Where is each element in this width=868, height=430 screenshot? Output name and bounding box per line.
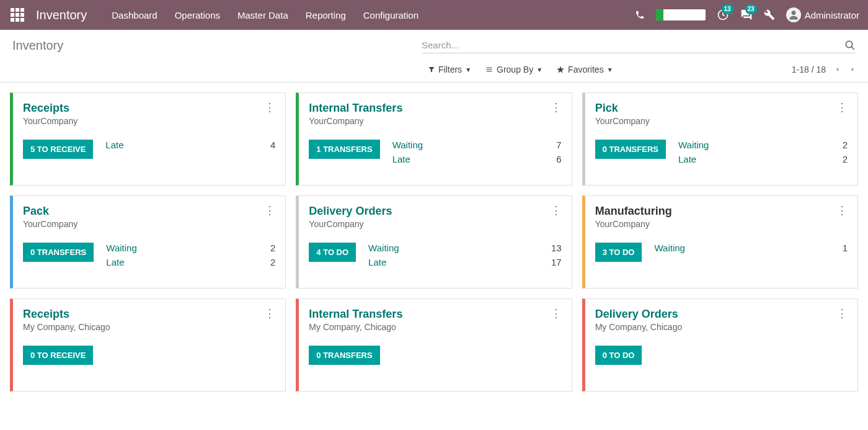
activity-badge: 13 xyxy=(722,4,733,14)
stat-label: Waiting xyxy=(368,243,399,253)
kanban-board: ReceiptsYourCompany⋮5 TO RECEIVELate4Int… xyxy=(0,83,868,401)
kanban-card: ReceiptsYourCompany⋮5 TO RECEIVELate4 xyxy=(10,92,286,186)
card-title[interactable]: Internal Transfers xyxy=(309,308,402,321)
kebab-icon[interactable]: ⋮ xyxy=(551,308,562,332)
card-action-button[interactable]: 4 TO DO xyxy=(309,243,356,262)
stat-label: Waiting xyxy=(106,243,136,253)
favorites-button[interactable]: Favorites ▼ xyxy=(556,65,613,74)
kebab-icon[interactable]: ⋮ xyxy=(551,205,562,229)
stat-label: Waiting xyxy=(654,243,684,253)
stat-label: Waiting xyxy=(678,140,709,150)
search-icon[interactable] xyxy=(844,40,856,51)
stat-row[interactable]: Late6 xyxy=(392,154,562,164)
page-title: Inventory xyxy=(12,38,422,53)
card-title[interactable]: Receipts xyxy=(23,102,78,115)
card-title[interactable]: Delivery Orders xyxy=(595,308,683,321)
stat-value: 2 xyxy=(843,140,848,150)
stat-row[interactable]: Waiting13 xyxy=(368,243,562,253)
progress-bar[interactable] xyxy=(656,9,706,20)
stat-row[interactable]: Waiting2 xyxy=(106,243,275,253)
card-title[interactable]: Manufacturing xyxy=(595,205,672,218)
phone-icon[interactable] xyxy=(635,10,645,20)
groupby-label: Group By xyxy=(497,65,533,74)
card-subtitle: YourCompany xyxy=(595,116,650,126)
kanban-card: ReceiptsMy Company, Chicago⋮0 TO RECEIVE xyxy=(10,298,286,392)
apps-icon[interactable] xyxy=(9,6,26,24)
card-action-button[interactable]: 3 TO DO xyxy=(595,243,642,262)
kebab-icon[interactable]: ⋮ xyxy=(264,205,275,229)
card-action-button[interactable]: 0 TRANSFERS xyxy=(595,140,666,159)
card-title[interactable]: Internal Transfers xyxy=(309,102,402,115)
pager-next[interactable] xyxy=(849,65,856,74)
stat-label: Late xyxy=(106,257,124,267)
record-counter: 1-18 / 18 xyxy=(792,65,826,74)
user-name: Administrator xyxy=(805,10,859,20)
svg-point-1 xyxy=(791,11,795,15)
kanban-card: ManufacturingYourCompany⋮3 TO DOWaiting1 xyxy=(582,195,858,289)
card-action-button[interactable]: 0 TO DO xyxy=(595,346,642,365)
stat-value: 1 xyxy=(843,243,848,253)
stat-row[interactable]: Waiting1 xyxy=(654,243,848,253)
stat-row[interactable]: Late17 xyxy=(368,257,562,267)
card-title[interactable]: Pack xyxy=(23,205,78,218)
tools-icon[interactable] xyxy=(764,9,775,20)
stat-label: Late xyxy=(105,140,123,150)
card-subtitle: YourCompany xyxy=(595,219,672,229)
caret-down-icon: ▼ xyxy=(536,66,542,73)
pager xyxy=(835,65,856,74)
card-subtitle: My Company, Chicago xyxy=(309,322,402,332)
card-subtitle: YourCompany xyxy=(309,116,402,126)
controls-right: 1-18 / 18 xyxy=(792,65,856,74)
card-title[interactable]: Pick xyxy=(595,102,650,115)
nav-menu-master-data[interactable]: Master Data xyxy=(237,10,288,20)
stat-row[interactable]: Late2 xyxy=(106,257,275,267)
nav-menu-configuration[interactable]: Configuration xyxy=(363,10,418,20)
navbar: Inventory Dashboard Operations Master Da… xyxy=(0,0,868,30)
stat-row[interactable]: Waiting7 xyxy=(392,140,562,150)
search-input[interactable] xyxy=(422,37,844,53)
card-title[interactable]: Receipts xyxy=(23,308,110,321)
filters-label: Filters xyxy=(438,65,462,74)
stat-value: 4 xyxy=(270,140,275,150)
nav-right: 13 23 Administrator xyxy=(635,7,859,22)
search-wrap xyxy=(422,37,856,53)
filters-button[interactable]: Filters ▼ xyxy=(428,65,471,74)
svg-point-2 xyxy=(846,41,852,48)
kebab-icon[interactable]: ⋮ xyxy=(264,308,275,332)
stat-row[interactable]: Waiting2 xyxy=(678,140,848,150)
activity-icon[interactable]: 13 xyxy=(717,9,729,21)
card-action-button[interactable]: 0 TRANSFERS xyxy=(309,346,379,365)
kebab-icon[interactable]: ⋮ xyxy=(836,205,848,229)
kebab-icon[interactable]: ⋮ xyxy=(836,308,848,332)
chat-icon[interactable]: 23 xyxy=(740,9,753,21)
card-subtitle: YourCompany xyxy=(23,116,78,126)
pager-prev[interactable] xyxy=(835,65,841,74)
nav-menu: Dashboard Operations Master Data Reporti… xyxy=(112,10,418,20)
card-action-button[interactable]: 0 TRANSFERS xyxy=(23,243,94,262)
card-action-button[interactable]: 0 TO RECEIVE xyxy=(23,346,93,365)
avatar-icon xyxy=(786,7,801,22)
nav-menu-operations[interactable]: Operations xyxy=(175,10,220,20)
stat-label: Late xyxy=(678,154,696,164)
stat-value: 17 xyxy=(551,257,562,267)
user-menu[interactable]: Administrator xyxy=(786,7,859,22)
card-subtitle: My Company, Chicago xyxy=(595,322,683,332)
kebab-icon[interactable]: ⋮ xyxy=(836,102,848,126)
nav-menu-reporting[interactable]: Reporting xyxy=(306,10,346,20)
kebab-icon[interactable]: ⋮ xyxy=(551,102,562,126)
chat-badge: 23 xyxy=(745,4,757,14)
caret-down-icon: ▼ xyxy=(465,66,471,73)
stat-value: 2 xyxy=(843,154,848,164)
card-action-button[interactable]: 1 TRANSFERS xyxy=(309,140,379,159)
app-title: Inventory xyxy=(36,8,87,22)
caret-down-icon: ▼ xyxy=(607,66,613,73)
stat-row[interactable]: Late2 xyxy=(678,154,848,164)
card-title[interactable]: Delivery Orders xyxy=(309,205,392,218)
controls-left: Filters ▼ Group By ▼ Favorites ▼ xyxy=(428,65,613,74)
svg-line-3 xyxy=(851,47,854,50)
groupby-button[interactable]: Group By ▼ xyxy=(485,65,542,74)
stat-row[interactable]: Late4 xyxy=(105,140,275,150)
kebab-icon[interactable]: ⋮ xyxy=(264,102,275,126)
card-action-button[interactable]: 5 TO RECEIVE xyxy=(23,140,93,159)
nav-menu-dashboard[interactable]: Dashboard xyxy=(112,10,157,20)
